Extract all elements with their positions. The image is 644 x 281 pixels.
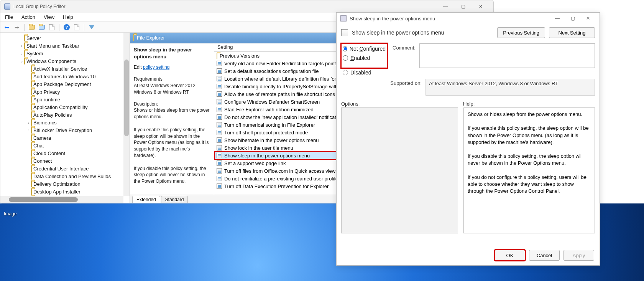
policy-icon bbox=[217, 107, 222, 112]
close-button[interactable]: ✕ bbox=[472, 1, 490, 12]
radio-enabled[interactable]: Enabled bbox=[343, 53, 386, 63]
maximize-button[interactable]: ▢ bbox=[454, 1, 472, 12]
description-text: Shows or hides sleep from the power opti… bbox=[134, 107, 210, 185]
tree-item[interactable]: Delivery Optimization bbox=[4, 180, 130, 188]
forward-button[interactable]: ➡ bbox=[13, 23, 21, 31]
tree-pane: Server›Start Menu and Taskbar›System⌄Win… bbox=[0, 33, 130, 203]
minimize-button[interactable]: — bbox=[437, 1, 454, 12]
supported-on-value: At least Windows Server 2012, Windows 8 … bbox=[426, 79, 595, 96]
options-pane bbox=[341, 107, 458, 233]
policy-icon bbox=[217, 160, 222, 166]
next-setting-button[interactable]: Next Setting bbox=[549, 27, 595, 38]
requirements-label: Requirements: bbox=[134, 76, 210, 83]
tree-vscrollbar[interactable] bbox=[123, 33, 130, 196]
comment-label: Comment: bbox=[393, 43, 416, 68]
supported-on-label: Supported on: bbox=[341, 79, 422, 86]
tree-item[interactable]: Add features to Windows 10 bbox=[4, 73, 130, 80]
tree-item[interactable]: Camera bbox=[4, 134, 130, 142]
export-button[interactable] bbox=[48, 23, 56, 31]
tree-item[interactable]: Data Collection and Preview Builds bbox=[4, 172, 130, 180]
tree-item-label: Application Compatibility bbox=[33, 104, 88, 110]
policy-icon bbox=[217, 99, 222, 104]
policy-icon bbox=[217, 84, 222, 89]
show-tree-button[interactable] bbox=[38, 23, 46, 31]
ok-button[interactable]: OK bbox=[495, 250, 525, 261]
policy-icon bbox=[341, 29, 348, 36]
previous-setting-button[interactable]: Previous Setting bbox=[497, 27, 545, 38]
edit-link-line: Edit policy setting bbox=[134, 64, 210, 71]
dialog-policy-name: Show sleep in the power options menu bbox=[352, 30, 493, 36]
expand-caret[interactable]: › bbox=[20, 51, 24, 56]
tree-item-label: Cloud Content bbox=[33, 150, 65, 156]
tree-item[interactable]: Credential User Interface bbox=[4, 165, 130, 172]
properties-button[interactable] bbox=[72, 23, 81, 31]
tree-item[interactable]: ActiveX Installer Service bbox=[4, 65, 130, 73]
tree-item-label: Camera bbox=[33, 135, 51, 141]
folder-icon bbox=[31, 74, 32, 79]
policy-icon bbox=[217, 76, 222, 81]
tree-hthumb[interactable] bbox=[9, 197, 78, 202]
menu-file[interactable]: File bbox=[3, 13, 15, 21]
tree-item[interactable]: ›Start Menu and Taskbar bbox=[4, 42, 130, 50]
tree-item[interactable]: ⌄Windows Components bbox=[4, 57, 130, 65]
up-button[interactable] bbox=[28, 23, 36, 31]
list-item-label: Previous Versions bbox=[220, 53, 260, 59]
back-button[interactable]: ⬅ bbox=[3, 23, 11, 31]
filter-button[interactable] bbox=[87, 23, 96, 31]
tree-item[interactable]: Server bbox=[4, 34, 130, 42]
titlebar[interactable]: Local Group Policy Editor — ▢ ✕ bbox=[0, 0, 493, 13]
policy-icon bbox=[217, 122, 222, 127]
policy-icon bbox=[217, 137, 222, 143]
tree-item[interactable]: Desktop App Installer bbox=[4, 188, 130, 195]
tree-item-label: App Package Deployment bbox=[33, 81, 91, 87]
menu-action[interactable]: Action bbox=[20, 13, 37, 21]
tree-item[interactable]: App runtime bbox=[4, 96, 130, 103]
folder-icon bbox=[31, 150, 32, 156]
tree-item[interactable]: ›System bbox=[4, 50, 130, 57]
tree-vthumb[interactable] bbox=[124, 60, 129, 136]
cancel-button[interactable]: Cancel bbox=[529, 250, 560, 261]
policy-details-pane: Show sleep in the power options menu Edi… bbox=[130, 43, 214, 195]
tree-item[interactable]: ›BitLocker Drive Encryption bbox=[4, 126, 130, 134]
radio-disabled[interactable]: Disabled bbox=[343, 68, 595, 77]
radio-not-configured[interactable]: Not Configured bbox=[343, 44, 386, 53]
edit-prefix: Edit bbox=[134, 64, 143, 70]
tree-item-label: Biometrics bbox=[33, 120, 57, 126]
tab-standard[interactable]: Standard bbox=[161, 196, 188, 203]
expand-caret[interactable]: › bbox=[26, 128, 31, 132]
list-item-label: Configure Windows Defender SmartScreen bbox=[224, 99, 320, 105]
folder-icon bbox=[24, 51, 25, 56]
list-item-label: Turn off shell protocol protected mode bbox=[224, 130, 308, 136]
tree-item[interactable]: App Package Deployment bbox=[4, 80, 130, 88]
dialog-maximize[interactable]: ▢ bbox=[565, 13, 580, 23]
menu-view[interactable]: View bbox=[42, 13, 56, 21]
tree-item-label: Server bbox=[26, 35, 41, 41]
tree-item[interactable]: App Privacy bbox=[4, 88, 130, 96]
tree-item[interactable]: Cloud Content bbox=[4, 149, 130, 157]
edit-policy-link[interactable]: policy setting bbox=[143, 64, 169, 70]
comment-textarea[interactable] bbox=[419, 43, 595, 68]
expand-caret[interactable]: › bbox=[26, 121, 31, 125]
tree-item[interactable]: AutoPlay Policies bbox=[4, 111, 130, 119]
requirements-text: At least Windows Server 2012, Windows 8 … bbox=[134, 83, 210, 96]
help-button[interactable]: ? bbox=[62, 23, 71, 31]
app-title: Local Group Policy Editor bbox=[13, 4, 437, 9]
tree-hscrollbar[interactable] bbox=[0, 196, 123, 203]
expand-caret[interactable]: ⌄ bbox=[20, 59, 24, 63]
folder-icon bbox=[31, 127, 32, 133]
tree-item[interactable]: Chat bbox=[4, 142, 130, 149]
folder-icon bbox=[31, 112, 32, 118]
expand-caret[interactable]: › bbox=[20, 44, 24, 48]
tree-item[interactable]: ›Biometrics bbox=[4, 119, 130, 126]
dialog-titlebar[interactable]: Show sleep in the power options menu — ▢… bbox=[337, 13, 600, 24]
dialog-minimize[interactable]: — bbox=[550, 13, 565, 23]
apply-button[interactable]: Apply bbox=[564, 250, 594, 261]
tree-item[interactable]: Connect bbox=[4, 157, 130, 165]
folder-icon bbox=[31, 66, 32, 72]
tree-item[interactable]: Application Compatibility bbox=[4, 103, 130, 111]
dialog-close[interactable]: ✕ bbox=[580, 13, 596, 23]
policy-icon bbox=[217, 130, 222, 135]
menu-help[interactable]: Help bbox=[61, 13, 75, 21]
tab-extended[interactable]: Extended bbox=[132, 196, 160, 203]
folder-icon bbox=[31, 81, 32, 87]
